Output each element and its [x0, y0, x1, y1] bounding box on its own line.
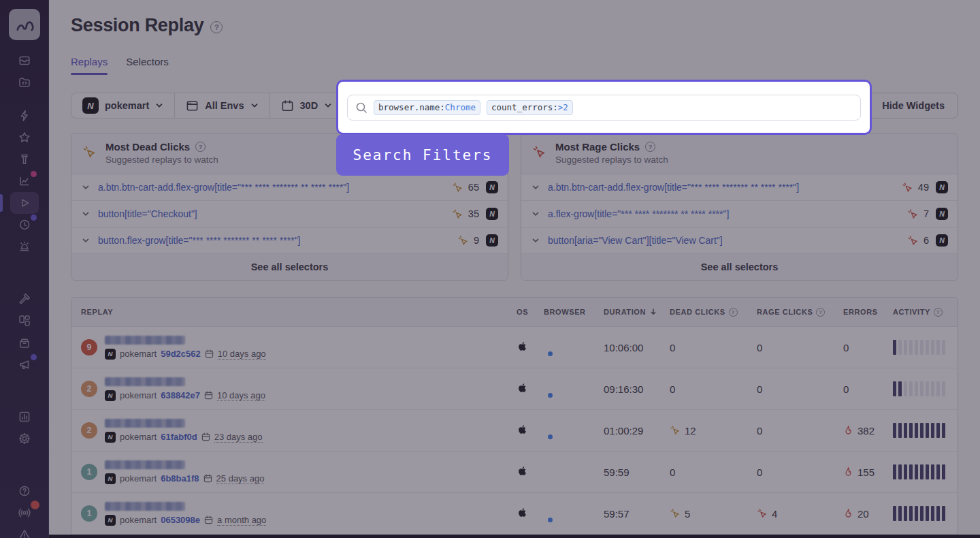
search-filter-chip[interactable]: count_errors:>2	[487, 100, 573, 115]
search-spotlight: browser.name:Chrome count_errors:>2	[336, 80, 872, 135]
search-input[interactable]: browser.name:Chrome count_errors:>2	[347, 95, 861, 121]
search-filter-chip[interactable]: browser.name:Chrome	[374, 100, 480, 115]
search-filters-tooltip: Search Filters	[336, 134, 509, 176]
search-icon	[355, 101, 368, 114]
